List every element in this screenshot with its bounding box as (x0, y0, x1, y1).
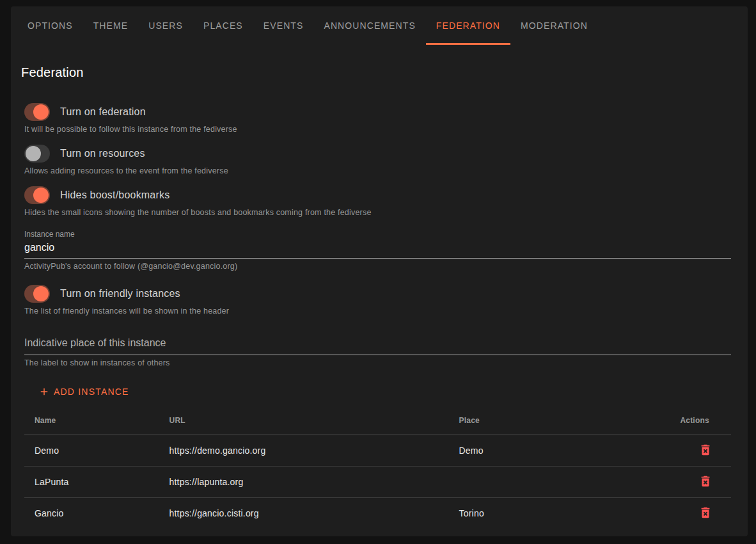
trash-x-icon (698, 512, 713, 522)
header-actions: Actions (680, 406, 731, 435)
instance-name-field: Instance name gancio ActivityPub's accou… (24, 230, 731, 271)
indicative-place-field: Indicative place of this instance The la… (24, 337, 731, 367)
trash-x-icon (698, 449, 713, 459)
tab-moderation[interactable]: MODERATION (510, 6, 598, 45)
setting-label: Turn on friendly instances (60, 288, 180, 300)
tab-users[interactable]: USERS (138, 6, 193, 45)
cell-place: Torino (459, 497, 681, 529)
table-row: Demo https://demo.gancio.org Demo (24, 435, 731, 466)
delete-instance-button[interactable] (697, 504, 714, 521)
header-url: URL (169, 406, 459, 435)
federation-content: Turn on federation It will be possible t… (11, 103, 748, 529)
resources-toggle[interactable] (24, 145, 50, 163)
tab-options[interactable]: OPTIONS (17, 6, 83, 45)
instance-name-hint: ActivityPub's account to follow (@gancio… (24, 262, 731, 271)
delete-instance-button[interactable] (697, 473, 714, 490)
tab-theme[interactable]: THEME (83, 6, 139, 45)
federation-toggle[interactable] (24, 103, 50, 121)
instance-name-value: gancio (24, 242, 54, 253)
setting-federation: Turn on federation It will be possible t… (24, 103, 731, 134)
setting-hint: It will be possible to follow this insta… (24, 125, 731, 134)
admin-panel: OPTIONS THEME USERS PLACES EVENTS ANNOUN… (11, 6, 748, 536)
setting-hint: Allows adding resources to the event fro… (24, 166, 731, 175)
setting-label: Hides boost/bookmarks (60, 189, 169, 201)
toggle-thumb (33, 104, 49, 120)
cell-url: https://lapunta.org (169, 466, 459, 497)
cell-url: https://gancio.cisti.org (169, 497, 459, 529)
cell-url: https://demo.gancio.org (169, 435, 459, 466)
header-name: Name (24, 406, 169, 435)
delete-instance-button[interactable] (697, 442, 714, 458)
setting-hint: Hides the small icons showing the number… (24, 208, 731, 217)
instance-name-label: Instance name (24, 230, 731, 239)
table-header-row: Name URL Place Actions (24, 406, 731, 435)
table-row: Gancio https://gancio.cisti.org Torino (24, 497, 731, 529)
tab-places[interactable]: PLACES (193, 6, 253, 45)
admin-tabbar: OPTIONS THEME USERS PLACES EVENTS ANNOUN… (11, 6, 748, 45)
indicative-place-label: Indicative place of this instance (24, 337, 166, 348)
setting-label: Turn on resources (60, 148, 145, 159)
setting-resources: Turn on resources Allows adding resource… (24, 145, 731, 175)
toggle-thumb (33, 188, 49, 203)
add-instance-button[interactable]: ADD INSTANCE (31, 380, 137, 403)
tab-events[interactable]: EVENTS (253, 6, 314, 45)
setting-label: Turn on federation (60, 106, 146, 118)
instance-name-input[interactable]: gancio (24, 239, 731, 259)
setting-hint: The list of friendly instances will be s… (24, 307, 731, 316)
tab-federation[interactable]: FEDERATION (426, 6, 510, 45)
trash-x-icon (698, 481, 713, 490)
table-row: LaPunta https://lapunta.org (24, 466, 731, 497)
indicative-place-hint: The label to show in instances of others (24, 358, 731, 367)
hide-boosts-toggle[interactable] (24, 186, 50, 204)
header-place: Place (459, 406, 681, 435)
cell-name: Gancio (24, 497, 169, 529)
toggle-thumb (26, 146, 41, 161)
page-title: Federation (21, 65, 748, 80)
plus-icon (38, 386, 50, 397)
cell-name: LaPunta (24, 466, 169, 497)
indicative-place-input[interactable]: Indicative place of this instance (24, 337, 731, 355)
cell-name: Demo (24, 435, 169, 466)
add-instance-label: ADD INSTANCE (54, 387, 129, 397)
cell-place (459, 466, 681, 497)
setting-hide-boosts: Hides boost/bookmarks Hides the small ic… (24, 186, 731, 217)
cell-place: Demo (459, 435, 681, 466)
toggle-thumb (33, 286, 49, 301)
tab-announcements[interactable]: ANNOUNCEMENTS (313, 6, 425, 45)
setting-friendly-instances: Turn on friendly instances The list of f… (24, 285, 731, 316)
friendly-instances-toggle[interactable] (24, 285, 50, 303)
instances-table: Name URL Place Actions Demo https://demo… (24, 406, 731, 529)
